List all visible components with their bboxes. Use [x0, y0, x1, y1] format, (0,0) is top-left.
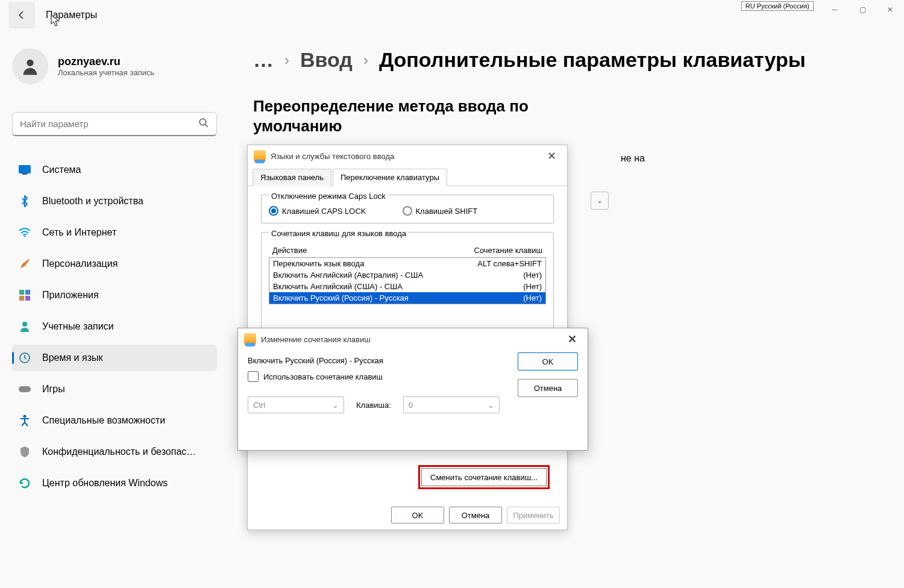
modifier-combo[interactable]: Ctrl ⌄: [248, 396, 344, 413]
sidebar-item-personalization[interactable]: Персонализация: [12, 251, 217, 277]
list-item[interactable]: Включить Английский (Австралия) - США (Н…: [269, 269, 545, 281]
column-action: Действие: [272, 246, 452, 255]
ok-button[interactable]: OK: [391, 507, 444, 524]
breadcrumb-current: Дополнительные параметры клавиатуры: [379, 48, 806, 72]
sidebar-item-label: Система: [42, 164, 81, 175]
close-icon[interactable]: ✕: [542, 149, 561, 163]
sidebar-item-time-language[interactable]: Время и язык: [12, 345, 217, 371]
dialog-buttons: OK Отмена: [518, 352, 578, 397]
search-icon: [198, 117, 209, 131]
sidebar-item-label: Учетные записи: [42, 321, 114, 332]
sidebar-item-label: Специальные возможности: [42, 415, 165, 426]
maximize-button[interactable]: ▢: [849, 0, 876, 19]
cancel-button[interactable]: Отмена: [518, 379, 578, 397]
svg-line-2: [205, 124, 208, 127]
sidebar-item-accounts[interactable]: Учетные записи: [12, 313, 217, 340]
cell-action: Включить Русский (Россия) - Русская: [273, 293, 451, 302]
sidebar-item-accessibility[interactable]: Специальные возможности: [12, 407, 217, 434]
chevron-down-icon[interactable]: ⌄: [591, 192, 609, 210]
cell-action: Переключить язык ввода: [273, 259, 451, 268]
keyboard-lang-icon: [254, 150, 266, 162]
accessibility-icon: [18, 414, 31, 427]
wifi-icon: [18, 226, 31, 239]
sidebar-nav: Система Bluetooth и устройства Сеть и Ин…: [12, 157, 217, 501]
sidebar-item-gaming[interactable]: Игры: [12, 376, 217, 402]
apps-icon: [18, 289, 31, 302]
user-block[interactable]: poznyaev.ru Локальная учетная запись: [12, 48, 154, 84]
change-hotkey-dialog: Изменение сочетания клавиш ✕ Включить Ру…: [237, 328, 588, 451]
search-box[interactable]: [12, 112, 217, 136]
breadcrumb-input[interactable]: Ввод: [300, 48, 353, 72]
bluetooth-icon: [18, 195, 31, 208]
dialog-header[interactable]: Языки и службы текстового ввода ✕: [248, 145, 567, 167]
svg-rect-7: [25, 290, 30, 295]
list-header: Действие Сочетание клавиш: [269, 243, 546, 257]
sidebar-item-label: Конфиденциальность и безопасность: [42, 446, 199, 457]
checkbox-label: Использовать сочетание клавиш: [263, 372, 383, 381]
radio-icon: [403, 206, 412, 216]
dialog-footer: OK Отмена Применить: [391, 507, 560, 524]
user-name: poznyaev.ru: [58, 55, 154, 68]
avatar-icon: [12, 48, 48, 84]
checkbox-icon[interactable]: [248, 371, 259, 382]
change-hotkey-button[interactable]: Сменить сочетание клавиш...: [421, 468, 547, 486]
chevron-right-icon: ›: [284, 52, 289, 69]
dialog-tabs: Языковая панель Переключение клавиатуры: [248, 168, 567, 186]
system-icon: [18, 163, 31, 177]
close-button[interactable]: ✕: [876, 0, 904, 19]
close-icon[interactable]: ✕: [562, 333, 582, 346]
cancel-button[interactable]: Отмена: [449, 507, 502, 524]
radio-shift[interactable]: Клавишей SHIFT: [403, 206, 478, 216]
svg-rect-9: [25, 296, 30, 301]
background-text-fragment: не на: [621, 153, 645, 164]
svg-point-13: [24, 415, 27, 418]
list-item[interactable]: Включить Русский (Россия) - Русская (Нет…: [269, 292, 545, 304]
dialog-header[interactable]: Изменение сочетания клавиш ✕: [238, 328, 588, 350]
breadcrumb: … › Ввод › Дополнительные параметры клав…: [253, 48, 806, 72]
tab-language-bar[interactable]: Языковая панель: [253, 169, 331, 186]
apply-button[interactable]: Применить: [507, 507, 560, 524]
list-item[interactable]: Переключить язык ввода ALT слева+SHIFT: [269, 258, 545, 269]
sidebar-item-system[interactable]: Система: [12, 157, 217, 183]
language-indicator[interactable]: RU Русский (Россия): [741, 1, 814, 11]
sidebar-item-label: Сеть и Интернет: [42, 227, 116, 238]
chevron-down-icon: ⌄: [488, 401, 494, 410]
column-hotkey: Сочетание клавиш: [452, 246, 542, 255]
fieldset-legend: Сочетания клавиш для языков ввода: [269, 229, 409, 238]
key-combo[interactable]: 0 ⌄: [403, 396, 500, 413]
svg-point-0: [27, 60, 33, 66]
cursor-icon: [51, 14, 61, 27]
minimize-button[interactable]: ─: [821, 0, 849, 19]
key-label: Клавиша:: [356, 401, 391, 410]
sidebar-item-label: Игры: [42, 384, 65, 395]
sidebar-item-network[interactable]: Сеть и Интернет: [12, 219, 217, 246]
update-icon: [18, 477, 31, 490]
sidebar-item-label: Bluetooth и устройства: [42, 196, 143, 207]
search-input[interactable]: [20, 119, 198, 129]
combo-value: 0: [409, 401, 413, 410]
sidebar-item-apps[interactable]: Приложения: [12, 282, 217, 308]
section-heading: Переопределение метода ввода по умолчани…: [253, 96, 591, 136]
breadcrumb-more[interactable]: …: [253, 48, 274, 72]
sidebar-item-privacy[interactable]: Конфиденциальность и безопасность: [12, 439, 217, 465]
cell-action: Включить Английский (США) - США: [273, 282, 451, 291]
svg-point-1: [199, 119, 206, 125]
hotkey-list[interactable]: Переключить язык ввода ALT слева+SHIFT В…: [269, 257, 546, 304]
radio-icon: [269, 206, 278, 216]
radio-caps-lock[interactable]: Клавишей CAPS LOCK: [269, 206, 366, 216]
cell-key: (Нет): [451, 293, 542, 302]
tab-keyboard-switch[interactable]: Переключение клавиатуры: [333, 169, 447, 186]
ok-button[interactable]: OK: [518, 352, 578, 371]
sidebar-item-label: Персонализация: [42, 258, 118, 269]
svg-rect-4: [22, 174, 27, 175]
back-button[interactable]: [8, 2, 35, 28]
cell-key: (Нет): [451, 282, 542, 291]
list-item[interactable]: Включить Английский (США) - США (Нет): [269, 281, 545, 292]
svg-rect-3: [19, 165, 31, 174]
svg-rect-6: [19, 290, 24, 295]
sidebar-item-label: Центр обновления Windows: [42, 478, 168, 489]
radio-label: Клавишей CAPS LOCK: [282, 207, 366, 216]
sidebar-item-bluetooth[interactable]: Bluetooth и устройства: [12, 188, 217, 214]
user-subtitle: Локальная учетная запись: [58, 68, 154, 77]
sidebar-item-windows-update[interactable]: Центр обновления Windows: [12, 470, 217, 496]
